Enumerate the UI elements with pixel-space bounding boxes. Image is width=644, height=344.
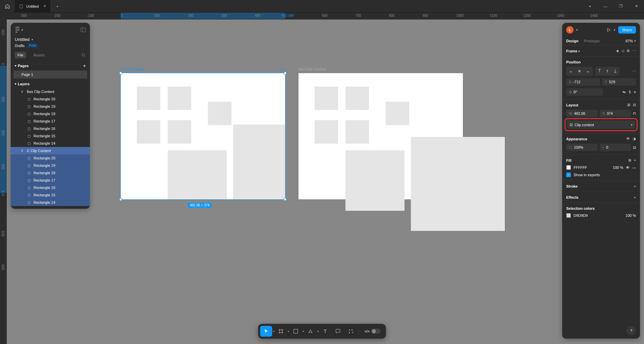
file-location[interactable]: Drafts — [15, 44, 24, 48]
fill-swatch[interactable] — [566, 165, 571, 170]
fill-opacity-input[interactable]: 100 % — [613, 165, 623, 169]
more-icon[interactable]: ⋯ — [632, 49, 636, 53]
pen-tool-chevron[interactable]: ▾ — [317, 330, 319, 333]
help-button[interactable]: ? — [627, 326, 636, 335]
radius-input[interactable]: ⌐0 — [600, 144, 631, 151]
window-menu-button[interactable]: ▾ — [582, 0, 598, 13]
zoom-control[interactable]: 87% ▾ — [626, 39, 636, 43]
close-tab-icon[interactable]: ✕ — [43, 4, 46, 8]
fill-hex-input[interactable]: FFFFFF — [574, 165, 587, 169]
layer-item[interactable]: ▢Rectangle 14 — [11, 140, 90, 147]
rotation-input[interactable]: ⟲0° — [566, 88, 603, 96]
present-button[interactable] — [606, 28, 611, 32]
width-input[interactable]: W482.06 — [566, 110, 598, 117]
comment-tool[interactable] — [332, 326, 344, 337]
layer-item[interactable]: ▢Rectangle 19 — [11, 103, 90, 110]
layer-item[interactable]: ▢Rectangle 20 — [11, 154, 90, 162]
layer-item[interactable]: ▢Rectangle 18 — [11, 169, 90, 177]
share-button[interactable]: Share — [618, 26, 636, 34]
align-right-button[interactable]: ⫠ — [583, 67, 593, 76]
frame-tool[interactable] — [275, 326, 287, 337]
file-name[interactable]: Untitled ▾ — [15, 37, 86, 42]
frame-type-selector[interactable]: Frame ▾ — [566, 49, 580, 53]
layer-item[interactable]: ▢Rectangle 20 — [11, 95, 90, 103]
layer-item[interactable]: ▢Rectangle 15 — [11, 132, 90, 140]
tab-design[interactable]: Design — [566, 39, 579, 43]
layer-item[interactable]: ▢Rectangle 17 — [11, 117, 90, 125]
independent-corners-button[interactable]: ⊡ — [633, 145, 636, 150]
autolayout-v-button[interactable]: ⊟ — [633, 103, 636, 107]
figma-menu[interactable]: ▾ — [15, 26, 23, 34]
layer-item[interactable]: ▢Rectangle 16 — [11, 125, 90, 132]
component-icon[interactable]: ◈ — [616, 49, 619, 53]
shape-tool[interactable] — [290, 326, 302, 337]
tab-file[interactable]: File — [15, 52, 26, 58]
layer-item[interactable]: ▢Rectangle 14 — [11, 199, 90, 206]
layer-item[interactable]: ▢Rectangle 15 — [11, 191, 90, 199]
dev-mode-icon[interactable]: </> — [280, 67, 285, 71]
frame-no-clip[interactable]: Без Clip Content — [299, 73, 463, 199]
layer-item[interactable]: ▢Rectangle 16 — [11, 184, 90, 191]
add-effect-button[interactable]: + — [634, 195, 636, 199]
layer-frame-clip[interactable]: # С Clip Content — [11, 147, 90, 154]
move-tool-chevron[interactable]: ▾ — [273, 330, 274, 333]
layer-item[interactable]: ▢Rectangle 18 — [11, 110, 90, 117]
actions-tool[interactable]: + — [345, 326, 357, 337]
align-center-h-button[interactable]: ≡ — [576, 67, 583, 76]
close-window-button[interactable]: ✕ — [629, 0, 644, 13]
frame-label[interactable]: Без Clip Content — [299, 67, 326, 71]
styles-icon[interactable]: ⊞ — [628, 158, 631, 162]
align-bottom-button[interactable]: ⟘ — [611, 67, 620, 76]
selection-color-hex[interactable]: D9D9D9 — [574, 213, 588, 217]
show-in-exports-checkbox[interactable]: ✓ — [566, 173, 571, 177]
tab-prototype[interactable]: Prototype — [584, 39, 600, 43]
remove-fill-button[interactable]: — — [632, 165, 636, 169]
avatar[interactable]: L — [566, 26, 574, 34]
x-input[interactable]: X-712 — [566, 78, 600, 86]
frame-clip-content[interactable]: С Clip Content </> — [121, 73, 285, 199]
search-button[interactable] — [81, 53, 86, 57]
dev-mode-toggle[interactable]: </> — [361, 326, 384, 337]
move-tool[interactable] — [260, 326, 272, 337]
tidy-button[interactable]: ≡ — [634, 90, 636, 94]
toggle-sidebar-button[interactable] — [80, 28, 86, 32]
clip-content-dropdown[interactable]: ⊡ Clip content ▾ — [567, 120, 635, 129]
frame-tool-chevron[interactable]: ▾ — [288, 330, 289, 333]
constrain-button[interactable]: ⊓ — [633, 111, 636, 116]
home-button[interactable] — [0, 0, 15, 13]
visibility-icon[interactable]: 👁 — [626, 137, 630, 141]
selection-color-opacity[interactable]: 100 % — [626, 213, 636, 217]
minimize-button[interactable]: — — [598, 0, 613, 13]
maximize-button[interactable]: ❐ — [613, 0, 629, 13]
pages-section-header[interactable]: ▾ Pages + — [11, 61, 90, 70]
layer-item[interactable]: ▢Rectangle 17 — [11, 177, 90, 184]
instance-icon[interactable]: ◇ — [622, 49, 624, 53]
opacity-input[interactable]: ☐100% — [566, 144, 598, 151]
chevron-down-icon[interactable]: ▾ — [614, 28, 615, 32]
height-input[interactable]: H374 — [600, 110, 631, 117]
add-stroke-button[interactable]: + — [634, 184, 636, 188]
canvas[interactable]: С Clip Content </> 482.06 × 374 Без Clip… — [7, 19, 644, 344]
more-align-button[interactable]: ⋯ — [632, 69, 636, 73]
add-fill-button[interactable]: + — [634, 158, 636, 162]
align-middle-button[interactable]: ⫯ — [604, 67, 611, 76]
layers-section-header[interactable]: ▾ Layers — [11, 80, 90, 88]
y-input[interactable]: Y529 — [602, 78, 636, 86]
selection-color-swatch[interactable] — [566, 213, 571, 218]
page-item[interactable]: Page 1 — [13, 70, 87, 79]
blend-icon[interactable]: ◑ — [633, 137, 636, 141]
flip-h-button[interactable]: ⇋ — [623, 90, 626, 94]
align-left-button[interactable]: ⫠ — [566, 67, 576, 76]
flip-v-button[interactable]: ⥮ — [628, 90, 631, 94]
pen-tool[interactable] — [305, 326, 317, 337]
chevron-down-icon[interactable]: ▾ — [576, 28, 578, 32]
tab-assets[interactable]: Assets — [31, 52, 47, 58]
align-top-button[interactable]: ⟙ — [595, 67, 604, 76]
text-tool[interactable]: T — [319, 326, 331, 337]
new-tab-button[interactable]: + — [51, 0, 64, 13]
visibility-toggle[interactable]: 👁 — [626, 165, 630, 169]
layer-item[interactable]: ▢Rectangle 19 — [11, 162, 90, 169]
shape-tool-chevron[interactable]: ▾ — [303, 330, 304, 333]
document-tab[interactable]: Untitled ✕ — [15, 0, 51, 13]
copy-icon[interactable]: ⧉ — [627, 49, 630, 53]
